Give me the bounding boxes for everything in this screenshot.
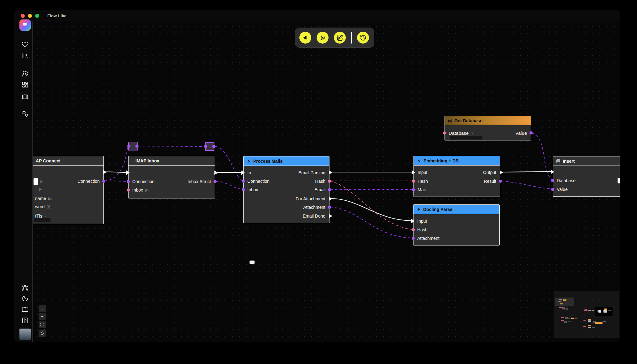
node-imap-connect[interactable]: AP Connect Connection (x) (x) name (x) w… xyxy=(33,156,104,224)
wire-attachment-to-docling-attachment[interactable] xyxy=(330,207,413,238)
node-insert[interactable]: Insert Database Value xyxy=(553,156,620,197)
reroute-out-pin[interactable] xyxy=(212,145,215,148)
wire-get-database-value-to-insert-database[interactable] xyxy=(532,133,552,180)
exec-out-pin[interactable] xyxy=(618,178,620,183)
book-open-icon[interactable] xyxy=(22,306,29,313)
pin-label-connection: Connection xyxy=(132,179,155,184)
maximize-button[interactable] xyxy=(35,14,39,18)
wire-email-to-embedding-mail[interactable] xyxy=(330,189,413,190)
reroute-node[interactable] xyxy=(128,142,138,150)
wire-reroute-to-process-connection[interactable] xyxy=(215,146,243,181)
pin-label-hash: Hash xyxy=(315,179,325,184)
step-back-button[interactable] xyxy=(299,32,311,44)
wire-reroute-left-to-reroute-right[interactable] xyxy=(138,146,204,146)
hash-out-pin[interactable] xyxy=(328,180,331,183)
wire-connection-to-reroute-left[interactable] xyxy=(104,147,128,181)
exec-out-pin-for-attachment[interactable] xyxy=(329,197,332,201)
node-title: Insert xyxy=(563,159,575,164)
profile-avatar[interactable] xyxy=(19,329,31,340)
pin-label-hash: Hash xyxy=(418,179,428,184)
wire-hash-to-docling-hash[interactable] xyxy=(330,181,413,229)
node-embedding-db[interactable]: Embedding + DB Input Output Hash Result … xyxy=(413,156,500,197)
panel-left-open-icon[interactable] xyxy=(22,317,29,324)
node-process-mails[interactable]: Process Mails In Email Parsing Connectio… xyxy=(243,156,329,223)
workflow-icon[interactable] xyxy=(22,110,29,117)
bug-icon[interactable] xyxy=(22,284,29,291)
exec-in-pin[interactable] xyxy=(412,170,415,175)
canvas-bottom-handle[interactable] xyxy=(250,261,255,264)
minimap[interactable] xyxy=(554,291,619,338)
exec-out-pin-email-done[interactable] xyxy=(329,214,332,218)
pin-label-inbox-struct: Inbox Struct xyxy=(187,179,211,184)
value-in-pin[interactable] xyxy=(551,188,554,191)
app-window: Flow Like xyxy=(14,10,620,342)
exec-in-pin[interactable] xyxy=(241,171,245,175)
heart-icon[interactable] xyxy=(22,41,29,48)
text-input[interactable] xyxy=(34,178,38,185)
reroute-node[interactable] xyxy=(205,142,214,151)
exec-in-pin[interactable] xyxy=(551,170,554,174)
inbox-in-pin[interactable] xyxy=(127,188,130,192)
database-in-pin[interactable] xyxy=(443,131,446,135)
lock-button[interactable] xyxy=(39,330,46,337)
zap-icon xyxy=(417,207,421,212)
briefcase-icon[interactable] xyxy=(22,93,29,100)
hash-in-pin[interactable] xyxy=(412,228,415,231)
minimap-node-block xyxy=(588,327,591,328)
email-out-pin[interactable] xyxy=(328,188,331,191)
exec-out-pin[interactable] xyxy=(214,171,218,175)
exec-in-pin[interactable] xyxy=(126,171,130,175)
node-title: Get Database xyxy=(454,118,482,123)
database-in-pin[interactable] xyxy=(551,179,554,182)
result-out-pin[interactable] xyxy=(499,180,502,183)
minimap-node-block xyxy=(559,307,562,308)
exec-out-pin-email-parsing[interactable] xyxy=(329,170,332,175)
value-out-pin[interactable] xyxy=(529,131,533,135)
inbox-struct-out-pin[interactable] xyxy=(213,180,217,183)
moon-icon[interactable] xyxy=(22,295,29,302)
chevron-down-icon[interactable] xyxy=(44,214,48,218)
node-get-database[interactable]: (x) Get Database Database Value xyxy=(445,116,531,140)
attachment-in-pin[interactable] xyxy=(412,237,415,240)
variables-button[interactable] xyxy=(317,32,329,44)
hash-in-pin[interactable] xyxy=(412,180,415,183)
minimap-node-block xyxy=(562,307,565,309)
inbox-in-pin[interactable] xyxy=(242,188,245,191)
zoom-out-button[interactable]: − xyxy=(39,313,46,320)
layout-dashboard-icon[interactable] xyxy=(22,81,29,88)
exec-out-pin[interactable] xyxy=(500,170,503,175)
node-docling-parse[interactable]: Docling Parse Input Hash Attachment xyxy=(413,204,500,245)
mail-in-pin[interactable] xyxy=(412,188,415,191)
close-button[interactable] xyxy=(21,14,25,18)
history-button[interactable] xyxy=(357,32,369,44)
wire-result-to-insert-value[interactable] xyxy=(501,181,552,189)
minimap-node-block xyxy=(571,318,574,319)
wire-exec-connect-to-inbox[interactable] xyxy=(104,172,128,172)
wire-exec-for-attachment-to-docling[interactable] xyxy=(330,198,413,221)
flow-canvas[interactable]: AP Connect Connection (x) (x) name (x) w… xyxy=(33,21,620,342)
library-icon[interactable] xyxy=(22,52,29,59)
attachment-out-pin[interactable] xyxy=(328,206,331,209)
connection-out-pin[interactable] xyxy=(102,180,105,183)
window-title: Flow Like xyxy=(47,13,66,18)
wire-exec-embedding-to-insert[interactable] xyxy=(501,171,552,172)
notes-button[interactable] xyxy=(334,32,346,44)
pin-label-email: Email xyxy=(314,187,325,192)
var-badge: (x) xyxy=(448,119,452,123)
connection-in-pin[interactable] xyxy=(242,180,245,183)
reroute-in-pin[interactable] xyxy=(127,145,130,148)
exec-in-pin[interactable] xyxy=(411,219,415,223)
reroute-in-pin[interactable] xyxy=(204,145,207,148)
zoom-in-button[interactable]: + xyxy=(39,305,46,312)
node-imap-inbox[interactable]: IMAP Inbox Connection Inbox Struct Inbox… xyxy=(128,156,215,198)
wire-connection-to-imap-inbox[interactable] xyxy=(104,181,128,181)
minimize-button[interactable] xyxy=(28,14,32,18)
reroute-out-pin[interactable] xyxy=(135,145,139,148)
chevron-down-icon[interactable] xyxy=(471,131,474,135)
var-badge: (x) xyxy=(40,179,44,183)
wire-inbox-struct-to-process-inbox[interactable] xyxy=(216,181,243,189)
connection-in-pin[interactable] xyxy=(127,180,130,183)
fit-view-button[interactable] xyxy=(39,321,46,328)
users-icon[interactable] xyxy=(22,70,29,77)
exec-out-pin[interactable] xyxy=(103,170,107,174)
